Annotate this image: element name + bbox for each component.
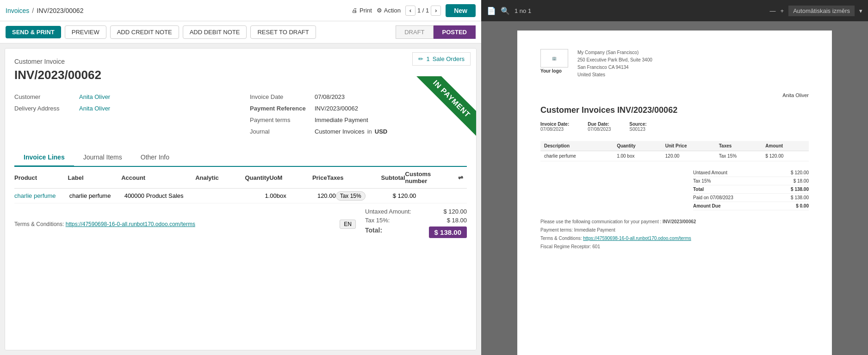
form-fields: Customer Anita Oliver Delivery Address A… [14, 93, 467, 140]
journal-value-row: Customer Invoices in USD [315, 128, 387, 135]
preview-total-value: $ 138.00 [791, 187, 809, 192]
page-info: 1 no 1 [515, 7, 531, 14]
tabs: Invoice Lines Journal Items Other Info [14, 149, 467, 167]
payment-ref-row: Payment Reference INV/2023/00062 [250, 105, 467, 112]
main-content: ✏ 1 Sale Orders IN PAYMENT Customer Invo… [5, 48, 477, 350]
source-value: S00123 [629, 127, 646, 132]
action-bar: SEND & PRINT PREVIEW ADD CREDIT NOTE ADD… [0, 21, 481, 43]
lang-badge[interactable]: EN [340, 220, 356, 229]
search-icon[interactable]: 🔍 [501, 6, 510, 15]
zoom-dropdown-icon[interactable]: ▾ [859, 7, 862, 14]
table-section: Product Label Account Analytic Quantity … [5, 167, 476, 203]
printer-icon: 🖨 [352, 7, 358, 14]
cell-subtotal: $ 120.00 [374, 192, 416, 199]
preview-payment-terms: Payment terms: Immediate Payment [540, 226, 809, 234]
journal-label: Journal [250, 128, 315, 135]
terms-link[interactable]: https://47590698-16-0-all.runbot170.odoo… [66, 221, 195, 227]
settings-icon[interactable]: ⇌ [454, 174, 467, 181]
preview-fiscal: Fiscal Regime Receptor: 601 [540, 243, 809, 251]
customer-row: Customer Anita Oliver [14, 93, 231, 100]
tab-other-info[interactable]: Other Info [131, 149, 179, 167]
customer-value[interactable]: Anita Oliver [79, 93, 110, 100]
customer-label: Customer [14, 93, 79, 100]
tax-row: Tax 15%: $ 18.00 [365, 217, 467, 224]
zoom-selector[interactable]: Automātiskais izmērs [788, 6, 855, 16]
preview-tax-label: Tax 15% [693, 178, 711, 184]
total-label: Total: [365, 226, 382, 238]
col-header-product: Product [14, 174, 68, 181]
col-header-taxes: Taxes [327, 174, 364, 181]
right-toolbar: 📄 🔍 1 no 1 — + Automātiskais izmērs ▾ [481, 0, 868, 21]
preview-meta-due: Due Date: 07/08/2023 [588, 122, 611, 132]
tab-journal-items[interactable]: Journal Items [74, 149, 131, 167]
tax-badge[interactable]: Tax 15% [336, 191, 366, 201]
form-col-right: Invoice Date 07/08/2023 Payment Referenc… [250, 93, 467, 140]
preview-terms-row: Terms & Conditions: https://47590698-16-… [540, 234, 809, 243]
print-button[interactable]: 🖨 Print [352, 7, 372, 14]
send-print-button[interactable]: SEND & PRINT [6, 26, 61, 38]
preview-terms-prefix: Terms & Conditions: [540, 236, 582, 241]
reset-to-draft-button[interactable]: RESET TO DRAFT [250, 25, 316, 39]
footer-bottom: Terms & Conditions: https://47590698-16-… [5, 203, 476, 245]
add-debit-note-button[interactable]: ADD DEBIT NOTE [183, 25, 247, 39]
preview-table-row: charlie perfume 1.00 box 120.00 Tax 15% … [540, 151, 809, 161]
action-button[interactable]: ⚙ Action [377, 7, 401, 14]
invoice-date-label: Invoice Date [250, 93, 315, 100]
journal-in: in [367, 128, 372, 135]
edit-icon: ✏ [418, 55, 423, 62]
zoom-out-icon[interactable]: — [770, 7, 776, 14]
preview-button[interactable]: PREVIEW [65, 25, 106, 39]
zoom-in-icon[interactable]: + [781, 7, 784, 14]
cell-product[interactable]: charlie perfume [14, 192, 69, 199]
company-address2: San Francisco CA 94134 [577, 64, 652, 71]
cell-price: 120.00 [302, 192, 336, 199]
company-name: My Company (San Francisco) [577, 49, 652, 56]
invoice-date-row: Invoice Date 07/08/2023 [250, 93, 467, 100]
tab-invoice-lines[interactable]: Invoice Lines [14, 149, 74, 167]
preview-logo-row: 🏢 Your logo My Company (San Francisco) 2… [540, 49, 809, 79]
preview-untaxed-row: Untaxed Amount $ 120.00 [693, 169, 809, 177]
preview-due-value: $ 0.00 [796, 203, 809, 208]
preview-th-amount: Amount [762, 141, 809, 151]
breadcrumb-parent[interactable]: Invoices [6, 7, 29, 14]
right-panel: 📄 🔍 1 no 1 — + Automātiskais izmērs ▾ 🏢 … [481, 0, 868, 355]
logo-label: Your logo [540, 68, 568, 73]
pagination: ‹ 1 / 1 › [405, 6, 441, 16]
cell-label: charlie perfume [69, 192, 124, 199]
add-credit-note-button[interactable]: ADD CREDIT NOTE [110, 25, 179, 39]
col-header-label: Label [68, 174, 122, 181]
cell-account: 400000 Product Sales [124, 192, 201, 199]
untaxed-value: $ 120.00 [443, 208, 467, 215]
preview-paid-value: $ 138.00 [791, 195, 809, 200]
sale-orders-banner[interactable]: ✏ 1 Sale Orders [412, 52, 471, 66]
preview-meta-date: Invoice Date: 07/08/2023 [540, 122, 569, 132]
journal-currency: USD [375, 128, 387, 135]
preview-title: Customer Invoices INV/2023/00062 [540, 105, 809, 115]
preview-th-price: Unit Price [662, 141, 715, 151]
preview-cell-taxes: Tax 15% [715, 151, 762, 161]
left-panel: Invoices / INV/2023/00062 🖨 Print ⚙ Acti… [0, 0, 481, 355]
sale-orders-count: 1 [426, 55, 429, 62]
invoice-type: Customer Invoice [14, 58, 467, 65]
new-button[interactable]: New [446, 4, 476, 17]
preview-meta-source: Source: S00123 [629, 122, 646, 132]
untaxed-label: Untaxed Amount: [365, 208, 411, 215]
preview-th-desc: Description [540, 141, 613, 151]
delivery-value[interactable]: Anita Oliver [79, 105, 110, 112]
total-row: Total: $ 138.00 [365, 226, 467, 238]
preview-th-taxes: Taxes [715, 141, 762, 151]
col-header-quantity: Quantity [236, 174, 269, 181]
breadcrumb-separator: / [32, 7, 34, 14]
prev-button[interactable]: ‹ [405, 6, 415, 16]
due-date-label: Due Date: [588, 122, 611, 127]
delivery-row: Delivery Address Anita Oliver [14, 105, 231, 112]
preview-terms-link[interactable]: https://47590698-16-0-all.runbot170.odoo… [583, 236, 691, 241]
preview-cell-desc: charlie perfume [540, 151, 613, 161]
next-button[interactable]: › [431, 6, 441, 16]
total-value: $ 138.00 [429, 226, 467, 238]
preview-untaxed-label: Untaxed Amount [693, 170, 727, 175]
status-draft[interactable]: DRAFT [396, 25, 433, 39]
payment-terms-row: Payment terms Immediate Payment [250, 116, 467, 123]
status-posted[interactable]: POSTED [434, 25, 476, 39]
preview-th-qty: Quantity [613, 141, 662, 151]
